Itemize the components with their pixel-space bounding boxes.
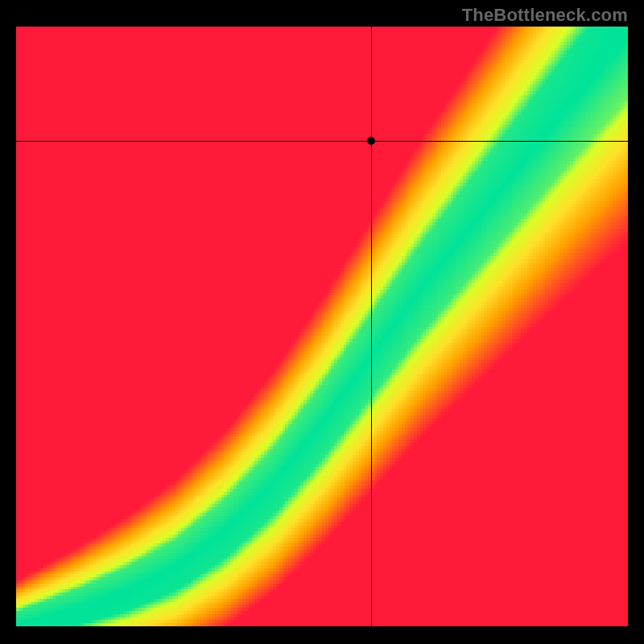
crosshair-horizontal	[16, 141, 628, 142]
chart-root: TheBottleneck.com	[0, 0, 644, 644]
attribution-text: TheBottleneck.com	[462, 5, 628, 26]
heatmap-plot	[16, 27, 628, 626]
selected-point-marker	[367, 137, 375, 145]
heatmap-canvas	[16, 27, 628, 626]
crosshair-vertical	[371, 27, 372, 626]
